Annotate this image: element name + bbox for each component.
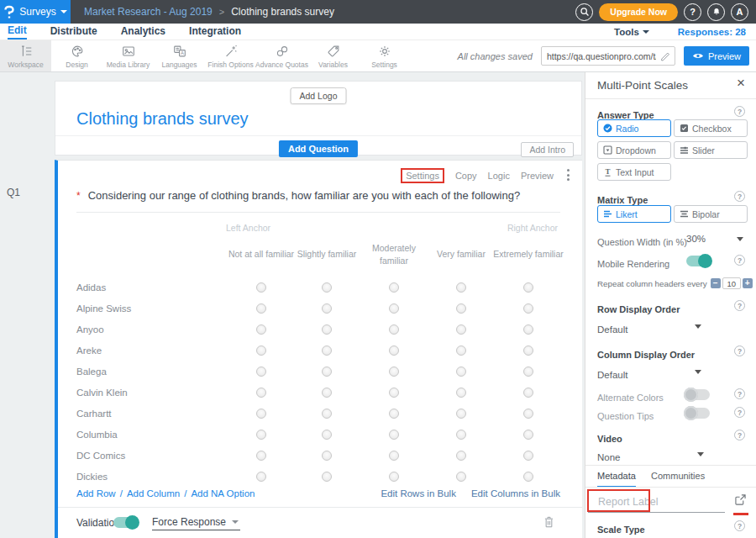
radio-button[interactable] <box>256 303 266 314</box>
radio-button[interactable] <box>389 472 399 482</box>
radio-button[interactable] <box>523 430 533 440</box>
survey-title[interactable]: Clothing brands survey <box>76 109 249 129</box>
toolbar-workspace[interactable]: Workspace <box>0 40 51 71</box>
radio-button[interactable] <box>389 345 399 356</box>
column-header[interactable]: Moderately familiar <box>359 238 429 272</box>
tab-metadata[interactable]: Metadata <box>597 471 636 488</box>
open-report-label-icon[interactable] <box>735 494 746 505</box>
radio-button[interactable] <box>523 345 533 356</box>
radio-button[interactable] <box>322 345 332 356</box>
toolbar-variables[interactable]: Variables <box>307 40 359 71</box>
edit-columns-in-bulk-link[interactable]: Edit Columns in Bulk <box>471 488 560 498</box>
question-logic-action[interactable]: Logic <box>488 171 510 181</box>
help-icon[interactable]: ? <box>734 407 745 418</box>
add-question-button[interactable]: Add Question <box>279 140 358 157</box>
force-response-dropdown[interactable]: Force Response <box>152 516 240 530</box>
radio-button[interactable] <box>389 282 399 293</box>
nav-edit[interactable]: Edit <box>8 24 27 40</box>
help-icon[interactable]: ? <box>734 106 745 117</box>
add-na-option-link[interactable]: Add NA Option <box>191 488 255 498</box>
help-icon[interactable]: ? <box>734 430 745 440</box>
help-icon[interactable]: ? <box>734 300 745 311</box>
row-label[interactable]: Areke <box>76 345 102 356</box>
radio-button[interactable] <box>389 388 399 398</box>
answer-type-radio[interactable]: Radio <box>597 119 671 137</box>
tab-communities[interactable]: Communities <box>651 471 705 486</box>
radio-button[interactable] <box>523 324 533 335</box>
tools-menu[interactable]: Tools <box>614 27 649 37</box>
edit-rows-in-bulk-link[interactable]: Edit Rows in Bulk <box>381 488 455 498</box>
radio-button[interactable] <box>456 430 466 440</box>
upgrade-now-button[interactable]: Upgrade Now <box>599 3 678 21</box>
radio-button[interactable] <box>322 324 332 335</box>
breadcrumb-parent[interactable]: Market Research - Aug 2019 <box>84 6 213 18</box>
video-dropdown[interactable]: None <box>597 449 745 464</box>
nav-integration[interactable]: Integration <box>189 25 241 39</box>
question-copy-action[interactable]: Copy <box>455 171 477 181</box>
avatar[interactable]: A <box>731 3 748 21</box>
radio-button[interactable] <box>523 388 533 398</box>
help-icon[interactable]: ? <box>734 520 745 531</box>
radio-button[interactable] <box>456 324 466 335</box>
row-label[interactable]: DC Comics <box>76 451 125 461</box>
edit-url-icon[interactable] <box>659 50 671 61</box>
radio-button[interactable] <box>256 367 266 377</box>
minus-icon[interactable]: − <box>711 278 721 288</box>
radio-button[interactable] <box>523 451 533 461</box>
radio-button[interactable] <box>456 345 466 356</box>
radio-button[interactable] <box>523 409 533 419</box>
chevron-down-icon[interactable] <box>737 237 743 241</box>
answer-type-dropdown[interactable]: Dropdown <box>597 141 671 159</box>
radio-button[interactable] <box>389 367 399 377</box>
surveys-menu[interactable]: Surveys <box>0 0 71 24</box>
answer-type-checkbox[interactable]: Checkbox <box>674 119 748 137</box>
help-icon[interactable]: ? <box>734 345 745 356</box>
radio-button[interactable] <box>256 451 266 461</box>
toolbar-settings[interactable]: Settings <box>359 40 410 71</box>
radio-button[interactable] <box>256 345 266 356</box>
help-icon[interactable]: ? <box>734 388 745 399</box>
trash-icon[interactable] <box>543 514 555 529</box>
question-tips-toggle[interactable] <box>685 408 710 419</box>
radio-button[interactable] <box>256 282 266 293</box>
row-label[interactable]: Calvin Klein <box>76 388 128 398</box>
add-row-link[interactable]: Add Row <box>76 488 116 498</box>
radio-button[interactable] <box>322 409 332 419</box>
radio-button[interactable] <box>456 388 466 398</box>
validation-toggle[interactable] <box>113 517 139 528</box>
question-preview-action[interactable]: Preview <box>521 171 554 181</box>
search-button[interactable] <box>575 3 593 21</box>
row-label[interactable]: Balega <box>76 367 107 377</box>
radio-button[interactable] <box>322 430 332 440</box>
radio-button[interactable] <box>389 451 399 461</box>
radio-button[interactable] <box>256 472 266 482</box>
plus-icon[interactable]: + <box>743 278 753 288</box>
column-header[interactable]: Not at all familiar <box>226 238 297 272</box>
row-label[interactable]: Columbia <box>76 430 118 440</box>
nav-analytics[interactable]: Analytics <box>121 25 165 39</box>
radio-button[interactable] <box>322 303 332 314</box>
radio-button[interactable] <box>322 388 332 398</box>
radio-button[interactable] <box>389 303 399 314</box>
row-label[interactable]: Anyoo <box>76 324 104 335</box>
preview-button[interactable]: Preview <box>684 46 749 66</box>
answer-type-text-input[interactable]: T Text Input <box>597 163 671 181</box>
matrix-type-likert[interactable]: Likert <box>597 205 671 223</box>
radio-button[interactable] <box>322 367 332 377</box>
responses-link[interactable]: Responses: 28 <box>678 27 746 37</box>
toolbar-languages[interactable]: A Languages <box>154 40 205 71</box>
radio-button[interactable] <box>256 324 266 335</box>
row-label[interactable]: Dickies <box>76 472 108 482</box>
radio-button[interactable] <box>322 282 332 293</box>
question-settings-action[interactable]: Settings <box>401 168 444 183</box>
matrix-type-bipolar[interactable]: Bipolar <box>674 205 748 223</box>
left-anchor-label[interactable]: Left Anchor <box>226 223 270 233</box>
nav-distribute[interactable]: Distribute <box>50 25 97 39</box>
help-icon[interactable]: ? <box>734 191 745 202</box>
alternate-colors-toggle[interactable] <box>685 389 710 400</box>
toolbar-media-library[interactable]: Media Library <box>102 40 154 71</box>
answer-type-slider[interactable]: Slider <box>674 141 748 159</box>
column-display-order-dropdown[interactable]: Default <box>597 367 745 382</box>
add-logo-button[interactable]: Add Logo <box>291 87 347 104</box>
kebab-menu-icon[interactable] <box>565 167 571 182</box>
